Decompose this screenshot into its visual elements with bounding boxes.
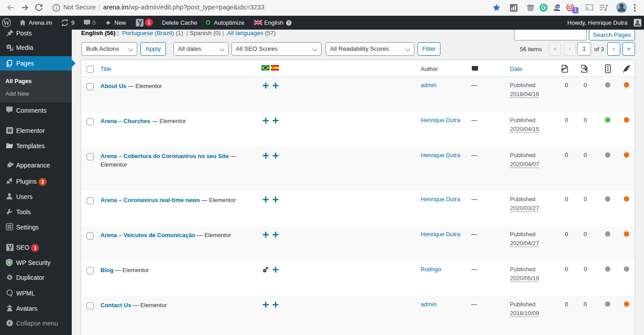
svg-text:W: W: [3, 19, 10, 26]
